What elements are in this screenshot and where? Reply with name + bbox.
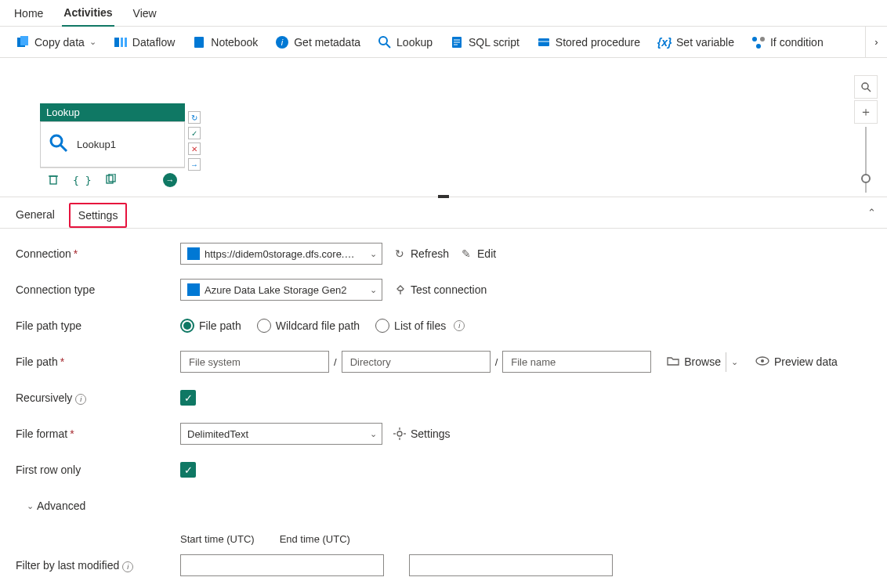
browse-dropdown[interactable]: ⌄ (726, 352, 743, 372)
gear-icon (393, 427, 406, 440)
advanced-toggle[interactable]: ⌄ Advanced (27, 500, 85, 512)
adls-icon (187, 283, 200, 296)
chevron-down-icon: ⌄ (370, 429, 377, 439)
notebook-icon (192, 35, 206, 49)
code-icon[interactable]: { } (73, 175, 91, 186)
copy-icon[interactable] (105, 174, 116, 187)
info-icon: i (75, 394, 86, 405)
refresh-label: Refresh (411, 247, 449, 260)
zoom-slider[interactable] (865, 127, 867, 193)
if-condition-icon (751, 35, 766, 49)
connection-value: https://didem0storage.dfs.core.w… (205, 248, 361, 260)
ribbon-copy-data-label: Copy data (34, 36, 85, 49)
file-format-select[interactable]: DelimitedText ⌄ (180, 423, 382, 445)
svg-rect-3 (121, 38, 123, 47)
tab-settings[interactable]: Settings (69, 203, 128, 228)
directory-input[interactable] (342, 351, 491, 373)
ribbon-stored-procedure-label: Stored procedure (556, 36, 640, 49)
preview-data-button[interactable]: Preview data (755, 355, 838, 368)
badge-fail-icon[interactable]: ✕ (188, 142, 201, 155)
end-time-input[interactable] (409, 554, 613, 576)
radio-wildcard-file-path[interactable]: Wildcard file path (257, 319, 360, 333)
svg-rect-1 (20, 36, 28, 45)
tab-general[interactable]: General (13, 201, 58, 228)
ribbon-set-variable-label: Set variable (676, 36, 734, 49)
refresh-button[interactable]: ↻ Refresh (393, 247, 449, 260)
svg-point-8 (379, 37, 387, 45)
stored-procedure-icon (537, 35, 551, 49)
radio-list-of-files[interactable]: List of filesi (375, 319, 465, 333)
svg-point-25 (862, 83, 868, 89)
ribbon-get-metadata[interactable]: i Get metadata (267, 31, 368, 54)
connection-label: Connection* (16, 247, 180, 260)
svg-rect-14 (538, 38, 549, 46)
start-time-input[interactable] (180, 554, 384, 576)
connection-type-label: Connection type (16, 283, 180, 296)
filter-by-last-modified-label: Filter by last modifiedi (16, 559, 180, 572)
recursively-label: Recursivelyi (16, 391, 180, 405)
svg-rect-2 (114, 38, 119, 47)
activity-card-lookup[interactable]: Lookup Lookup1 { } → (40, 103, 185, 192)
plug-icon (393, 283, 406, 296)
ribbon-if-condition-label: If condition (770, 36, 824, 49)
ribbon-notebook[interactable]: Notebook (184, 31, 266, 54)
sql-script-icon (450, 35, 464, 49)
badge-success-icon[interactable]: ✓ (188, 127, 201, 139)
menu-home[interactable]: Home (13, 1, 45, 26)
file-system-input[interactable] (180, 351, 329, 373)
ribbon-lookup[interactable]: Lookup (370, 31, 440, 54)
ribbon-dataflow[interactable]: Dataflow (106, 31, 183, 54)
chevron-right-icon: › (874, 36, 878, 48)
edit-button[interactable]: ✎ Edit (460, 247, 496, 260)
menu-activities[interactable]: Activities (62, 0, 114, 27)
zoom-thumb[interactable] (861, 174, 871, 183)
ribbon-scroll-right[interactable]: › (865, 27, 887, 57)
badge-deactivate-icon[interactable]: ↻ (188, 111, 201, 124)
edit-label: Edit (477, 247, 496, 260)
test-connection-button[interactable]: Test connection (393, 283, 487, 296)
format-settings-button[interactable]: Settings (393, 427, 451, 440)
delete-icon[interactable] (48, 174, 59, 187)
first-row-only-label: First row only (16, 464, 180, 476)
zoom-fit-button[interactable] (854, 75, 878, 99)
browse-button[interactable]: Browse (667, 355, 721, 369)
ribbon-notebook-label: Notebook (211, 36, 258, 49)
file-name-input[interactable] (502, 351, 651, 373)
arrow-right-icon[interactable]: → (163, 173, 177, 187)
svg-line-20 (60, 145, 67, 151)
radio-file-path[interactable]: File path (180, 319, 241, 333)
test-connection-label: Test connection (411, 283, 487, 296)
svg-rect-5 (194, 37, 204, 48)
activity-lookup-icon (49, 133, 69, 156)
ribbon-sql-script-label: SQL script (469, 36, 520, 49)
file-format-label: File format* (16, 427, 180, 440)
settings-label: Settings (411, 427, 451, 440)
first-row-only-checkbox[interactable]: ✓ (180, 462, 196, 478)
recursively-checkbox[interactable]: ✓ (180, 390, 196, 406)
activity-card-header: Lookup (40, 103, 185, 121)
copy-data-icon (16, 35, 30, 49)
ribbon-stored-procedure[interactable]: Stored procedure (529, 31, 648, 54)
zoom-in-button[interactable]: ＋ (854, 100, 878, 124)
svg-point-19 (51, 135, 62, 146)
connection-type-select[interactable]: Azure Data Lake Storage Gen2 ⌄ (180, 279, 382, 301)
svg-line-9 (386, 44, 390, 48)
chevron-up-icon: ⌃ (867, 207, 876, 218)
svg-point-17 (760, 37, 765, 41)
chevron-down-icon: ⌄ (370, 285, 377, 295)
set-variable-icon: {x} (657, 35, 672, 49)
connection-select[interactable]: https://didem0storage.dfs.core.w… ⌄ (180, 243, 382, 265)
menu-view[interactable]: View (132, 1, 158, 26)
ribbon-sql-script[interactable]: SQL script (442, 31, 527, 54)
info-icon: i (454, 320, 465, 331)
svg-rect-21 (50, 176, 56, 184)
collapse-panel-button[interactable]: ⌃ (867, 207, 876, 218)
ribbon-get-metadata-label: Get metadata (294, 36, 360, 49)
ribbon-copy-data[interactable]: Copy data ⌄ (8, 31, 104, 54)
preview-icon (755, 355, 769, 368)
ribbon-set-variable[interactable]: {x} Set variable (650, 31, 742, 54)
ribbon-if-condition[interactable]: If condition (744, 31, 831, 54)
chevron-down-icon: ⌄ (370, 249, 377, 259)
svg-point-30 (397, 431, 402, 436)
badge-skip-icon[interactable]: → (188, 158, 201, 171)
